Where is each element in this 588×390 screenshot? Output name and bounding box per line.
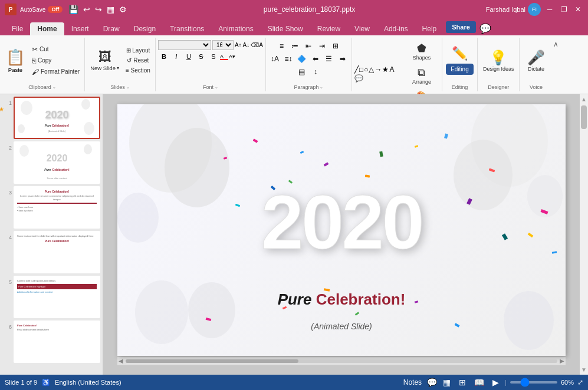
copy-button[interactable]: ⎘Copy [29, 55, 82, 66]
horizontal-scrollbar[interactable]: ◀ ▶ [117, 357, 566, 365]
font-size-select[interactable]: 16+ [212, 40, 234, 50]
slide-thumb-6[interactable]: 6 Pure Celebration! Final slide content … [2, 320, 100, 363]
language-label[interactable]: English (United States) [55, 379, 121, 386]
autosave-toggle[interactable]: Off [48, 6, 63, 13]
shadow-button[interactable]: S [208, 51, 219, 62]
italic-button[interactable]: I [170, 51, 182, 62]
tab-draw[interactable]: Draw [96, 22, 127, 35]
comments-icon[interactable]: 💬 [427, 378, 437, 387]
slides-expand-icon[interactable]: ⌄ [126, 85, 130, 90]
redo-icon[interactable]: ↪ [94, 4, 103, 15]
tab-slideshow[interactable]: Slide Show [261, 22, 310, 35]
slide-thumb-3[interactable]: 3 Pure Celebration! Lorem ipsum dolor si… [2, 186, 100, 229]
slide-thumb-5[interactable]: 5 Content with bullet points and details… [2, 276, 100, 318]
editing-button[interactable]: Editing [446, 64, 474, 75]
arrange-button[interactable]: ⧉ Arrange [404, 65, 439, 87]
bold-button[interactable]: B [158, 51, 170, 62]
shape-triangle[interactable]: △ [369, 65, 374, 74]
slide-sorter-button[interactable]: ⊞ [456, 376, 468, 388]
zoom-slider[interactable] [510, 381, 557, 384]
slide-panel[interactable]: 1 ★ 2020 Pure Celebration! (Animated Sli… [0, 94, 103, 375]
layout-button[interactable]: ⊞ Layout [124, 46, 153, 55]
ribbon-collapse-button[interactable]: ∧ [552, 38, 560, 91]
font-name-select[interactable] [158, 40, 211, 50]
shape-rect[interactable]: □ [359, 65, 363, 74]
cut-button[interactable]: ✂Cut [29, 44, 82, 55]
font-size-decrease[interactable]: A↓ [243, 42, 250, 48]
tab-home[interactable]: Home [30, 22, 64, 35]
decrease-indent[interactable]: ⇤ [302, 40, 315, 52]
columns-button[interactable]: ⊞ [329, 40, 342, 52]
shape-arrow[interactable]: → [375, 65, 382, 74]
shapes-button[interactable]: ⬟ Shapes [404, 40, 439, 62]
section-button[interactable]: ≡ Section [123, 66, 153, 75]
scroll-up-arrow[interactable]: ▲ [579, 94, 588, 104]
text-direction[interactable]: ↕A [268, 53, 281, 65]
scroll-right-arrow[interactable]: ▶ [560, 358, 564, 364]
tab-addins[interactable]: Add-ins [377, 22, 415, 35]
clear-formatting[interactable]: ⌫A [251, 42, 263, 48]
comment-button[interactable]: 💬 [478, 21, 492, 35]
bullets-button[interactable]: ≡ [275, 40, 288, 52]
strikethrough-button[interactable]: S [195, 51, 207, 62]
dictate-button[interactable]: 🎤 Dictate [524, 48, 548, 74]
shape-callout[interactable]: 💬 [354, 74, 363, 82]
shape-star[interactable]: ★ [382, 65, 389, 74]
normal-view-button[interactable]: ▦ [441, 376, 453, 388]
text-highlight-button[interactable]: A▾ [229, 54, 235, 60]
reading-view-button[interactable]: 📖 [472, 376, 487, 388]
paste-button[interactable]: 📋 Paste [2, 47, 28, 75]
shape-text[interactable]: A [389, 65, 394, 74]
align-text[interactable]: ≡↕ [282, 53, 295, 65]
slide-thumb-2[interactable]: 2 2020 Pure Celebration! Some slide cont… [2, 141, 100, 184]
tab-file[interactable]: File [5, 22, 30, 35]
font-size-increase[interactable]: A↑ [235, 42, 242, 48]
restore-button[interactable]: ❐ [559, 4, 569, 15]
minimize-button[interactable]: ─ [544, 4, 555, 15]
accessibility-icon[interactable]: ♿ [42, 379, 50, 386]
align-center[interactable]: ☰ [323, 53, 336, 65]
smartart-button[interactable]: 🔷 [295, 53, 308, 65]
slide-thumb-1[interactable]: 1 ★ 2020 Pure Celebration! (Animated Sli… [2, 97, 100, 139]
slide-thumb-4[interactable]: 4 Some text content for slide four with … [2, 231, 100, 273]
save-icon[interactable]: 💾 [67, 4, 80, 15]
vertical-scrollbar[interactable]: ▲ ▼ [580, 94, 588, 375]
new-slide-dropdown-icon[interactable]: ▾ [117, 65, 119, 71]
tab-design[interactable]: Design [127, 22, 163, 35]
tab-review[interactable]: Review [310, 22, 347, 35]
align-left[interactable]: ⬅ [309, 53, 322, 65]
shape-line[interactable]: ╱ [354, 65, 359, 74]
clipboard-expand-icon[interactable]: ⌄ [52, 85, 56, 90]
paragraph-expand-icon[interactable]: ⌄ [320, 85, 323, 90]
font-color-button[interactable]: A [220, 54, 228, 60]
design-ideas-button[interactable]: 💡 Design Ideas [480, 48, 517, 74]
font-expand-icon[interactable]: ⌄ [215, 85, 218, 90]
tab-animations[interactable]: Animations [211, 22, 260, 35]
shape-oval[interactable]: ○ [364, 65, 368, 74]
numbering-button[interactable]: ≔ [288, 40, 301, 52]
undo-icon[interactable]: ↩ [82, 4, 91, 15]
scroll-left-arrow[interactable]: ◀ [119, 358, 123, 364]
scroll-track[interactable] [126, 359, 557, 363]
notes-button[interactable]: Notes [402, 378, 423, 387]
fit-page-button[interactable]: ⤢ [577, 378, 583, 386]
align-right[interactable]: ➡ [336, 53, 349, 65]
justify-button[interactable]: ▤ [295, 66, 308, 78]
vertical-scroll-thumb[interactable] [581, 105, 587, 129]
increase-indent[interactable]: ⇥ [316, 40, 329, 52]
tab-insert[interactable]: Insert [64, 22, 96, 35]
scroll-down-arrow[interactable]: ▼ [579, 365, 588, 375]
close-button[interactable]: ✕ [573, 4, 583, 15]
format-painter-button[interactable]: 🖌Format Painter [29, 67, 82, 77]
underline-button[interactable]: U [183, 51, 195, 62]
present-icon[interactable]: ▦ [106, 4, 116, 15]
reset-button[interactable]: ↺ Reset [124, 56, 151, 65]
scroll-thumb[interactable] [126, 359, 298, 363]
tab-view[interactable]: View [347, 22, 377, 35]
tab-transitions[interactable]: Transitions [163, 22, 211, 35]
slideshow-button[interactable]: ▶ [490, 376, 501, 388]
new-slide-button[interactable]: 🖼 New Slide ▾ [87, 48, 122, 73]
customize-icon[interactable]: ⚙ [118, 4, 128, 15]
line-spacing[interactable]: ↕ [309, 66, 322, 78]
share-button[interactable]: Share [446, 21, 476, 33]
